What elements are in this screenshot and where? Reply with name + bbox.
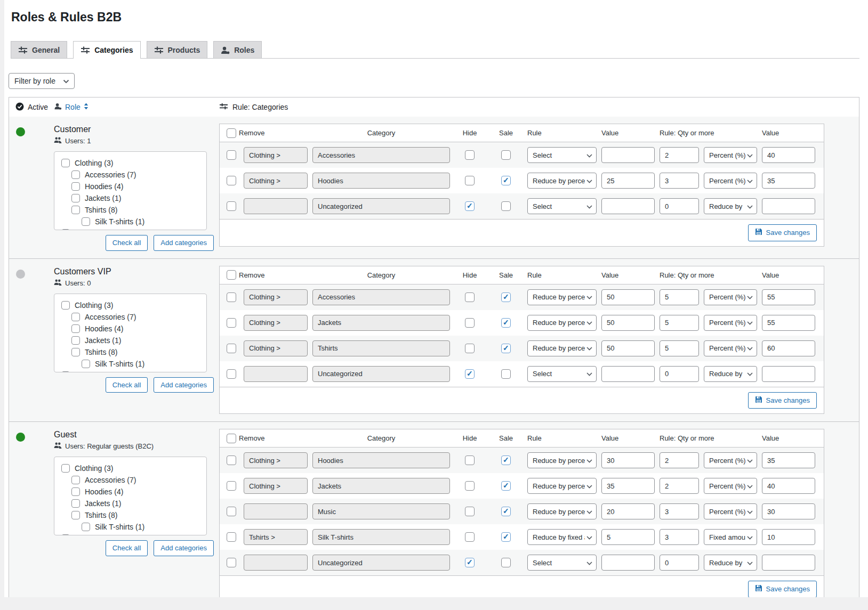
hide-checkbox[interactable] (465, 532, 475, 542)
value2-input[interactable] (762, 198, 815, 214)
qty-rule-select[interactable]: Reduce by (704, 555, 757, 571)
rule-select[interactable]: Reduce by percent (527, 289, 597, 305)
value-input[interactable]: 25 (601, 173, 655, 189)
sale-checkbox[interactable] (501, 201, 511, 211)
category-checkbox[interactable] (71, 499, 80, 508)
hide-checkbox[interactable] (465, 369, 475, 379)
qty-input[interactable]: 3 (660, 529, 699, 545)
rule-select[interactable]: Reduce by percent (527, 452, 597, 468)
value-input[interactable] (601, 198, 655, 214)
check-all-button[interactable]: Check all (106, 235, 148, 251)
qty-input[interactable]: 2 (660, 452, 699, 468)
rule-select[interactable]: Select (527, 147, 597, 163)
value-input[interactable] (601, 366, 655, 382)
sale-checkbox[interactable] (501, 456, 511, 465)
save-changes-button[interactable]: Save changes (748, 581, 817, 597)
remove-all-checkbox[interactable] (227, 128, 236, 138)
sale-checkbox[interactable] (501, 507, 511, 516)
value2-input[interactable]: 60 (762, 340, 815, 356)
value2-input[interactable]: 35 (762, 452, 815, 468)
hide-checkbox[interactable] (465, 456, 475, 465)
add-categories-button[interactable]: Add categories (154, 235, 214, 251)
remove-checkbox[interactable] (227, 176, 236, 185)
category-checkbox[interactable] (61, 229, 70, 230)
rule-select[interactable]: Reduce by percent (527, 340, 597, 356)
category-checkbox[interactable] (71, 324, 80, 333)
tab-general[interactable]: General (11, 41, 67, 58)
sale-checkbox[interactable] (501, 150, 511, 160)
qty-input[interactable]: 0 (660, 366, 699, 382)
category-checkbox[interactable] (71, 194, 80, 202)
value-input[interactable]: 50 (601, 340, 655, 356)
category-checkbox[interactable] (71, 206, 80, 214)
category-checkbox[interactable] (61, 464, 70, 473)
sale-checkbox[interactable] (501, 369, 511, 379)
value2-input[interactable]: 55 (762, 289, 815, 305)
value-input[interactable]: 20 (601, 503, 655, 519)
remove-checkbox[interactable] (227, 369, 236, 379)
value-input[interactable]: 50 (601, 289, 655, 305)
sale-checkbox[interactable] (501, 532, 511, 542)
category-checkbox[interactable] (71, 182, 80, 191)
value2-input[interactable]: 40 (762, 478, 815, 494)
qty-rule-select[interactable]: Fixed amount (704, 529, 757, 545)
tab-products[interactable]: Products (147, 41, 208, 58)
qty-rule-select[interactable]: Reduce by (704, 198, 757, 214)
qty-input[interactable]: 0 (660, 198, 699, 214)
tab-categories[interactable]: Categories (73, 41, 140, 59)
remove-checkbox[interactable] (227, 150, 236, 160)
qty-rule-select[interactable]: Percent (%) (704, 340, 757, 356)
rule-select[interactable]: Select (527, 198, 597, 214)
filter-by-role-select[interactable]: Filter by role (9, 73, 75, 89)
value2-input[interactable] (762, 366, 815, 382)
qty-rule-select[interactable]: Percent (%) (704, 315, 757, 331)
save-changes-button[interactable]: Save changes (748, 392, 817, 409)
category-checkbox[interactable] (61, 534, 70, 535)
remove-checkbox[interactable] (227, 292, 236, 302)
hide-checkbox[interactable] (465, 481, 475, 491)
save-changes-button[interactable]: Save changes (748, 224, 817, 241)
rule-select[interactable]: Reduce by percent (527, 503, 597, 519)
qty-input[interactable]: 5 (660, 289, 699, 305)
remove-checkbox[interactable] (227, 456, 236, 465)
rule-select[interactable]: Select (527, 555, 597, 571)
add-categories-button[interactable]: Add categories (154, 540, 214, 556)
category-checkbox[interactable] (82, 360, 90, 368)
remove-all-checkbox[interactable] (227, 270, 236, 280)
hide-checkbox[interactable] (465, 507, 475, 516)
remove-checkbox[interactable] (227, 532, 236, 542)
category-checkbox[interactable] (61, 371, 70, 372)
rule-select[interactable]: Reduce by percent (527, 173, 597, 189)
sale-checkbox[interactable] (501, 344, 511, 353)
value2-input[interactable]: 30 (762, 503, 815, 519)
rule-select[interactable]: Select (527, 366, 597, 382)
remove-checkbox[interactable] (227, 507, 236, 516)
qty-input[interactable]: 0 (660, 555, 699, 571)
hide-checkbox[interactable] (465, 318, 475, 328)
value-input[interactable]: 35 (601, 478, 655, 494)
qty-input[interactable]: 3 (660, 503, 699, 519)
qty-input[interactable]: 2 (660, 147, 699, 163)
qty-rule-select[interactable]: Percent (%) (704, 452, 757, 468)
rule-select[interactable]: Reduce by percent (527, 478, 597, 494)
sale-checkbox[interactable] (501, 481, 511, 491)
value2-input[interactable]: 40 (762, 147, 815, 163)
qty-rule-select[interactable]: Percent (%) (704, 478, 757, 494)
qty-rule-select[interactable]: Percent (%) (704, 503, 757, 519)
remove-checkbox[interactable] (227, 344, 236, 353)
hide-checkbox[interactable] (465, 201, 475, 211)
category-checkbox[interactable] (71, 487, 80, 496)
category-checkbox[interactable] (61, 159, 70, 167)
qty-rule-select[interactable]: Percent (%) (704, 147, 757, 163)
value2-input[interactable]: 35 (762, 173, 815, 189)
remove-checkbox[interactable] (227, 481, 236, 491)
sale-checkbox[interactable] (501, 292, 511, 302)
qty-rule-select[interactable]: Reduce by (704, 366, 757, 382)
category-checkbox[interactable] (71, 313, 80, 321)
value-input[interactable]: 50 (601, 315, 655, 331)
value-input[interactable]: 5 (601, 529, 655, 545)
check-all-button[interactable]: Check all (106, 540, 148, 556)
remove-checkbox[interactable] (227, 558, 236, 567)
add-categories-button[interactable]: Add categories (154, 377, 214, 393)
qty-rule-select[interactable]: Percent (%) (704, 289, 757, 305)
